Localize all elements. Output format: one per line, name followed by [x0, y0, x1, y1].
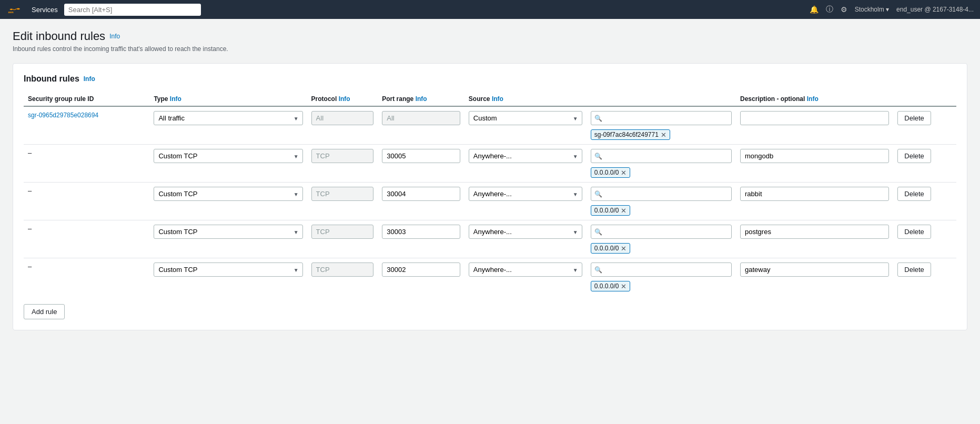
rules-tbody: sgr-0965d29785e028694All traffic▼Custom▼… [24, 106, 956, 296]
table-row: –Custom TCP▼Anywhere-...▼🔍0.0.0.0/0✕Dele… [24, 183, 956, 220]
tag-label: sg-09f7ac84c6f249771 [594, 131, 659, 138]
protocol-input [311, 225, 374, 239]
port-input[interactable] [382, 187, 460, 201]
delete-button[interactable]: Delete [897, 187, 931, 201]
protocol-input [311, 111, 374, 125]
card-title-text: Inbound rules [24, 74, 79, 84]
description-input[interactable] [740, 111, 889, 125]
inbound-rules-card: Inbound rules Info Security group rule I… [13, 63, 967, 330]
table-row: sgr-0965d29785e028694All traffic▼Custom▼… [24, 106, 956, 145]
aws-logo: aws [6, 3, 25, 16]
table-row: –Custom TCP▼Anywhere-...▼🔍0.0.0.0/0✕Dele… [24, 220, 956, 258]
type-select[interactable]: Custom TCP [154, 149, 302, 163]
port-input[interactable] [382, 263, 460, 277]
source-search-input[interactable] [591, 111, 732, 125]
protocol-input [311, 149, 374, 163]
tag-remove-button[interactable]: ✕ [621, 169, 627, 176]
col-header-action [893, 92, 956, 106]
page-subtitle: Inbound rules control the incoming traff… [13, 45, 967, 53]
tag-container: 0.0.0.0/0✕ [591, 243, 732, 254]
col-header-desc: Description - optional Info [736, 92, 893, 106]
source-select[interactable]: Anywhere-... [469, 225, 582, 239]
tag-label: 0.0.0.0/0 [594, 245, 619, 252]
tag-container: sg-09f7ac84c6f249771✕ [591, 129, 732, 140]
rule-id-dash: – [28, 263, 32, 270]
nav-user[interactable]: end_user @ 2167-3148-4... [896, 6, 974, 13]
source-tag: sg-09f7ac84c6f249771✕ [591, 129, 670, 140]
help-icon[interactable]: ⓘ [826, 5, 833, 14]
rule-id-dash: – [28, 187, 32, 195]
type-select[interactable]: Custom TCP [154, 263, 302, 277]
source-search-input[interactable] [591, 187, 732, 201]
description-input[interactable] [740, 263, 889, 277]
protocol-input [311, 187, 374, 201]
add-rule-button[interactable]: Add rule [24, 304, 65, 319]
nav-search-input[interactable] [64, 4, 201, 16]
port-input[interactable] [382, 149, 460, 163]
source-info-link[interactable]: Info [492, 95, 503, 103]
source-tag: 0.0.0.0/0✕ [591, 243, 631, 254]
search-icon: 🔍 [594, 266, 602, 274]
port-input [382, 111, 460, 125]
rule-id-dash: – [28, 225, 32, 233]
type-select[interactable]: Custom TCP [154, 225, 302, 239]
col-header-protocol: Protocol Info [307, 92, 378, 106]
source-tag: 0.0.0.0/0✕ [591, 167, 631, 178]
table-header: Security group rule ID Type Info Protoco… [24, 92, 956, 106]
col-header-source: Source Info [464, 92, 587, 106]
nav-services[interactable]: Services [32, 6, 58, 14]
search-icon: 🔍 [594, 153, 602, 160]
source-select[interactable]: Anywhere-... [469, 263, 582, 277]
delete-button[interactable]: Delete [897, 111, 931, 125]
delete-button[interactable]: Delete [897, 263, 931, 277]
delete-button[interactable]: Delete [897, 225, 931, 239]
type-select[interactable]: All traffic [154, 111, 302, 125]
table-row: –Custom TCP▼Anywhere-...▼🔍0.0.0.0/0✕Dele… [24, 258, 956, 296]
tag-label: 0.0.0.0/0 [594, 282, 619, 290]
tag-remove-button[interactable]: ✕ [621, 245, 627, 252]
page-title-text: Edit inbound rules [13, 29, 105, 43]
description-input[interactable] [740, 187, 889, 201]
description-input[interactable] [740, 149, 889, 163]
nav-region[interactable]: Stockholm ▾ [855, 6, 889, 13]
tag-remove-button[interactable]: ✕ [621, 283, 627, 290]
rules-table: Security group rule ID Type Info Protoco… [24, 92, 956, 296]
source-search-input[interactable] [591, 149, 732, 163]
svg-text:aws: aws [8, 11, 14, 14]
rule-id-link[interactable]: sgr-0965d29785e028694 [28, 112, 98, 119]
tag-label: 0.0.0.0/0 [594, 207, 619, 214]
page-title: Edit inbound rules Info [13, 29, 967, 43]
source-select[interactable]: Anywhere-... [469, 149, 582, 163]
protocol-info-link[interactable]: Info [339, 95, 350, 103]
page-info-link[interactable]: Info [109, 33, 120, 40]
tag-container: 0.0.0.0/0✕ [591, 167, 732, 178]
tag-container: 0.0.0.0/0✕ [591, 205, 732, 216]
delete-button[interactable]: Delete [897, 149, 931, 163]
source-search-input[interactable] [591, 225, 732, 239]
type-info-link[interactable]: Info [170, 95, 181, 103]
top-navigation: aws Services 🔔 ⓘ ⚙ Stockholm ▾ end_user … [0, 0, 980, 19]
settings-icon[interactable]: ⚙ [841, 5, 847, 14]
page-content: Edit inbound rules Info Inbound rules co… [0, 19, 980, 424]
tag-label: 0.0.0.0/0 [594, 169, 619, 176]
port-info-link[interactable]: Info [416, 95, 427, 103]
section-info-link[interactable]: Info [84, 75, 95, 83]
protocol-input [311, 263, 374, 277]
search-icon: 🔍 [594, 115, 602, 122]
nav-icons: 🔔 ⓘ ⚙ Stockholm ▾ end_user @ 2167-3148-4… [810, 5, 974, 14]
source-select[interactable]: Anywhere-... [469, 187, 582, 201]
desc-info-link[interactable]: Info [807, 95, 819, 103]
port-input[interactable] [382, 225, 460, 239]
description-input[interactable] [740, 225, 889, 239]
col-header-port: Port range Info [378, 92, 464, 106]
notification-icon[interactable]: 🔔 [810, 5, 819, 14]
source-search-input[interactable] [591, 263, 732, 277]
source-select[interactable]: Custom [469, 111, 582, 125]
type-select[interactable]: Custom TCP [154, 187, 302, 201]
tag-remove-button[interactable]: ✕ [661, 132, 666, 138]
col-header-rule-id: Security group rule ID [24, 92, 149, 106]
tag-remove-button[interactable]: ✕ [621, 207, 627, 214]
col-header-source-input [587, 92, 736, 106]
tag-container: 0.0.0.0/0✕ [591, 281, 732, 291]
col-header-type: Type Info [149, 92, 307, 106]
